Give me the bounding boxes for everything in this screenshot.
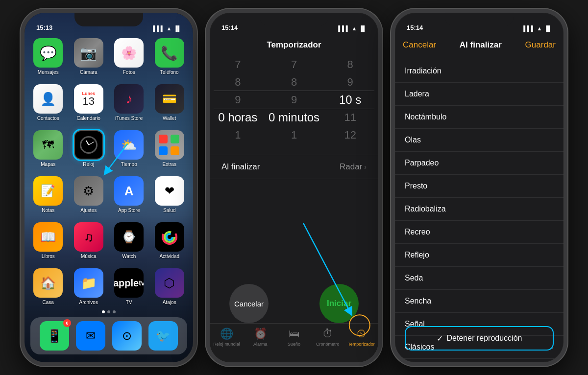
app-contactos[interactable]: 👤 Contactos — [30, 84, 66, 125]
app-archivos[interactable]: 📁 Archivos — [71, 268, 107, 309]
dock-safari[interactable]: ⊙ — [112, 321, 142, 351]
page-dot-3 — [113, 310, 116, 313]
app-casa[interactable]: 🏠 Casa — [30, 268, 66, 309]
cancel-button[interactable]: Cancelar — [229, 284, 269, 323]
app-tiempo[interactable]: ⛅ Tiempo — [111, 130, 147, 171]
app-libros-label: Libros — [42, 254, 55, 259]
al-finalizar-row[interactable]: Al finalizar Radar › — [210, 155, 378, 179]
app-calendario-icon: Lunes 13 — [74, 84, 103, 114]
app-telefono[interactable]: 📞 Teléfono — [152, 38, 188, 79]
app-watch[interactable]: ⌚ Watch — [111, 222, 147, 263]
list-item-parpadeo[interactable]: Parpadeo — [395, 152, 564, 175]
app-actividad-icon — [155, 222, 184, 252]
temporizador-icon: ⏲ — [356, 328, 367, 340]
app-contactos-icon: 👤 — [33, 84, 63, 114]
list-item-irradiacion[interactable]: Irradiación — [395, 60, 564, 83]
picker-s-11: 11 — [322, 109, 378, 126]
app-calendario-label: Calendario — [77, 116, 100, 121]
app-mapas[interactable]: 🗺 Mapas — [30, 130, 66, 171]
app-libros-icon: 📖 — [33, 222, 63, 252]
app-notas[interactable]: 📝 Notas — [30, 176, 66, 217]
picker-s-12: 12 — [322, 126, 378, 144]
app-atajos-label: Atajos — [163, 300, 176, 305]
status-icons-1: ▌▌▌ ▲ ▐▌ — [153, 25, 181, 31]
app-atajos[interactable]: ⬡ Atajos — [152, 268, 188, 309]
ladera-label: Ladera — [405, 90, 429, 98]
tab-mundial[interactable]: 🌐 Reloj mundial — [210, 328, 244, 347]
timer-buttons: Cancelar Iniciar — [210, 284, 378, 323]
app-ajustes-icon: ⚙ — [74, 176, 103, 206]
app-casa-icon: 🏠 — [33, 268, 63, 298]
alarma-icon: ⏰ — [254, 328, 267, 340]
status-icons-3: ▌▌▌ ▲ ▐▌ — [523, 25, 552, 31]
picker-s-9: 9 — [322, 73, 378, 91]
al-finalizar-label: Al finalizar — [221, 162, 260, 172]
dock-twitter[interactable]: 🐦 — [148, 321, 178, 351]
list-item-recreo[interactable]: Recreo — [395, 221, 564, 244]
app-libros[interactable]: 📖 Libros — [30, 222, 66, 263]
chevron-icon: › — [364, 163, 367, 171]
picker-h-8: 8 — [210, 73, 266, 91]
app-extras[interactable]: Extras — [152, 130, 188, 171]
app-wallet-icon: 💳 — [155, 84, 184, 114]
list-item-presto[interactable]: Presto — [395, 175, 564, 198]
app-salud[interactable]: ❤ Salud — [152, 176, 188, 217]
dock-mail[interactable]: ✉ — [76, 321, 105, 351]
app-fotos[interactable]: 🌸 Fotos — [111, 38, 147, 79]
start-button[interactable]: Iniciar — [319, 284, 359, 323]
page-dots — [30, 310, 187, 313]
app-camara[interactable]: 📷 Cámara — [71, 38, 107, 79]
picker-s-10: 10 s — [322, 91, 378, 109]
reflejo-label: Reflejo — [405, 251, 429, 259]
af-cancel-btn[interactable]: Cancelar — [403, 40, 436, 50]
presto-label: Presto — [405, 182, 427, 190]
app-archivos-icon: 📁 — [74, 268, 103, 298]
picker-seconds[interactable]: 8 9 10 s 11 12 13 — [322, 56, 378, 144]
app-mensajes-label: Mensajes — [38, 70, 59, 75]
tab-temporizador[interactable]: ⏲ Temporizador — [344, 328, 378, 347]
picker-hours[interactable]: 7 8 9 0 horas 1 2 — [210, 56, 266, 144]
picker-m-9: 9 — [266, 91, 322, 109]
recreo-label: Recreo — [405, 228, 430, 236]
app-tv-label: TV — [126, 300, 132, 305]
tab-cronometro[interactable]: ⏱ Cronómetro — [311, 328, 344, 347]
app-itunes[interactable]: ♪ iTunes Store — [111, 84, 147, 125]
list-item-sencha[interactable]: Sencha — [395, 290, 564, 313]
dock: 📱 6 ✉ ⊙ 🐦 — [30, 317, 187, 354]
sueno-icon: 🛏 — [289, 328, 299, 340]
app-salud-icon: ❤ — [155, 176, 184, 206]
app-tv-icon: appletv — [114, 268, 144, 298]
list-item-noctambulo[interactable]: Noctámbulo — [395, 106, 564, 129]
app-ajustes[interactable]: ⚙ Ajustes — [71, 176, 107, 217]
timer-header: Temporizador — [210, 34, 378, 56]
picker-minutes[interactable]: 7 8 9 0 minutos 1 2 — [266, 56, 322, 144]
af-save-btn[interactable]: Guardar — [525, 40, 556, 50]
app-camara-icon: 📷 — [74, 38, 103, 68]
app-mensajes[interactable]: 💬 Mensajes — [30, 38, 66, 79]
status-bar-2: 15:14 ▌▌▌ ▲ ▐▌ — [210, 13, 378, 34]
app-reloj[interactable]: Reloj — [71, 130, 107, 171]
battery-icon-2: ▐▌ — [359, 25, 367, 31]
list-item-ladera[interactable]: Ladera — [395, 83, 564, 106]
list-item-reflejo[interactable]: Reflejo — [395, 244, 564, 267]
list-item-seda[interactable]: Seda — [395, 267, 564, 290]
app-actividad[interactable]: Actividad — [152, 222, 188, 263]
picker-m-8: 8 — [266, 73, 322, 91]
list-item-olas[interactable]: Olas — [395, 129, 564, 152]
app-calendario[interactable]: Lunes 13 Calendario — [71, 84, 107, 125]
status-icons-2: ▌▌▌ ▲ ▐▌ — [338, 25, 367, 31]
picker-container[interactable]: 7 8 9 0 horas 1 2 7 8 9 0 minutos 1 2 — [210, 56, 378, 144]
app-wallet[interactable]: 💳 Wallet — [152, 84, 188, 125]
tab-alarma[interactable]: ⏰ Alarma — [244, 328, 277, 347]
phone-1-screen: 15:13 ▌▌▌ ▲ ▐▌ 💬 Mensajes 📷 Cámara 🌸 — [24, 13, 193, 362]
app-reloj-icon — [74, 130, 103, 160]
app-tv[interactable]: appletv TV — [111, 268, 147, 309]
app-musica[interactable]: ♫ Música — [71, 222, 107, 263]
list-item-radiobaliza[interactable]: Radiobaliza — [395, 198, 564, 221]
app-extras-icon — [155, 130, 184, 160]
tab-sueno[interactable]: 🛏 Sueño — [277, 328, 311, 347]
app-appstore[interactable]: A App Store — [111, 176, 147, 217]
detener-reproduccion-btn[interactable]: ✓ Detener reproducción — [405, 326, 554, 351]
dock-whatsapp[interactable]: 📱 6 — [40, 321, 69, 351]
svg-point-2 — [167, 234, 172, 240]
